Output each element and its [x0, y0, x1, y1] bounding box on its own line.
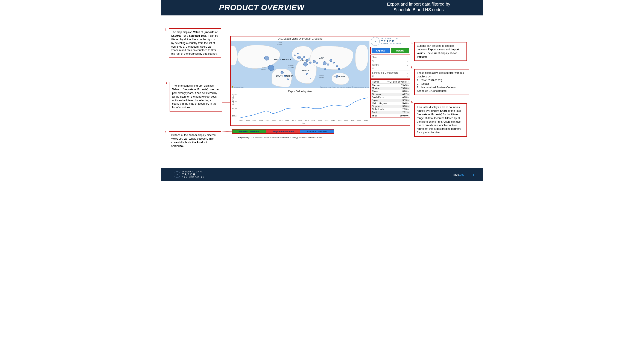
page-title: PRODUCT OVERVIEW	[219, 3, 304, 12]
x-tick: 2023	[364, 120, 368, 122]
leader-4	[222, 102, 230, 103]
chevron-down-icon: ⌄	[407, 72, 408, 74]
pacific-ocean-label: PacificOcean	[261, 66, 266, 70]
partner-col-pct: %GT Sum of Value	[388, 81, 406, 83]
x-tick: 2016	[318, 120, 322, 122]
line-chart-card: Export Value by Year Export Value $20bn$…	[231, 89, 370, 125]
tab-general-overview[interactable]: General Overview	[232, 129, 266, 133]
sidebar: ★ INTERNATIONAL TRADE ADMINISTRATION Exp…	[370, 36, 410, 118]
y-tick: $30bn	[232, 108, 237, 110]
exports-button[interactable]: Exports	[372, 48, 390, 53]
callout-3: These filters allow users to filter vari…	[414, 69, 469, 95]
callout-6-number: 6.	[165, 131, 167, 134]
au-label: AUSTRALIA	[334, 75, 346, 78]
y-tick: $40bn	[232, 100, 237, 102]
partner-col-name: Partner	[372, 81, 379, 83]
microsoft-icon	[232, 86, 233, 88]
map-provider: Microsoft Bing	[232, 86, 244, 88]
callout-6: Buttons at the bottom display different …	[169, 131, 221, 150]
filter-schedule b concatenate[interactable]: Schedule B Concatenate⌄	[371, 71, 410, 75]
table-row[interactable]: China8.60%	[371, 90, 410, 93]
tab-regional-overview[interactable]: Regional Overview	[266, 129, 300, 133]
callout-1-number: 1.	[165, 28, 167, 31]
page-number: 5	[473, 173, 474, 176]
commerce-seal-icon: ★	[371, 37, 380, 46]
as-label: ASIA	[319, 57, 324, 59]
map-title: U.S. Export Value by Product Grouping	[231, 36, 370, 41]
x-axis-label: Year	[239, 122, 368, 124]
indian-ocean-label: IndianOcean	[319, 75, 324, 78]
table-settings-icon[interactable]: ⋯	[406, 81, 408, 83]
filter-year-value[interactable]: All⌄	[371, 59, 410, 63]
line-chart[interactable]: Export Value $20bn$30bn$40bn$50bn 200420…	[231, 93, 370, 125]
table-row[interactable]: Japan3.73%	[371, 99, 410, 102]
partner-table: Partner %GT Sum of Value ⋯ Canada19.45%M…	[370, 79, 410, 118]
filter-sector[interactable]: Sector⌄	[371, 63, 410, 67]
y-tick: $50bn	[232, 93, 237, 95]
chevron-down-icon: ⌄	[407, 60, 408, 62]
chevron-down-icon: ⌄	[407, 67, 408, 70]
header-banner: PRODUCT OVERVIEW Export and import data …	[161, 0, 483, 15]
table-row[interactable]: Mexico15.86%	[371, 87, 410, 90]
footer-site: trade.gov	[453, 173, 464, 176]
view-tabs: General Overview Regional Overview Produ…	[232, 129, 334, 134]
commerce-seal-icon: ★	[174, 171, 180, 178]
x-tick: 2017	[324, 120, 328, 122]
table-row[interactable]: South Korea4.20%	[371, 96, 410, 99]
leader-6	[221, 131, 232, 132]
callout-4-number: 4.	[166, 81, 168, 85]
filter-panel: Year⌄ All⌄Sector⌄ All⌄Schedule B Concate…	[370, 55, 410, 79]
x-tick: 2015	[312, 120, 315, 122]
table-row[interactable]: United Kingdom3.40%	[371, 102, 410, 105]
imports-button[interactable]: Imports	[391, 48, 409, 53]
x-tick: 2007	[259, 120, 263, 122]
page-subtitle: Export and import data filtered by Sched…	[363, 1, 474, 12]
export-import-toggle: Exports Imports	[370, 47, 410, 54]
na-label: NORTH AMERICA	[274, 58, 292, 60]
callout-5: This table displays a list of countries …	[414, 103, 467, 137]
table-row[interactable]: Canada19.45%	[371, 84, 410, 87]
footer: ★ INTERNATIONAL TRADE ADMINISTRATION tra…	[161, 168, 483, 181]
table-row[interactable]: Singapore3.20%	[371, 105, 410, 108]
x-tick: 2009	[272, 120, 276, 122]
chevron-down-icon: ⌄	[407, 56, 408, 58]
x-tick: 2013	[298, 120, 302, 122]
atlantic-ocean-label: AtlanticOcean	[288, 65, 294, 69]
filter-year[interactable]: Year⌄	[371, 55, 410, 59]
x-tick: 2021	[351, 120, 355, 122]
x-tick: 2019	[338, 120, 342, 122]
filter-sector-value[interactable]: All⌄	[371, 67, 410, 70]
callout-1: The map displays Value of [Imports or Ex…	[169, 28, 221, 58]
tab-product-overview[interactable]: Product Overview	[300, 129, 334, 133]
y-tick: $20bn	[232, 115, 237, 117]
x-tick: 2011	[285, 120, 289, 122]
table-row[interactable]: Brazil2.31%	[371, 111, 410, 114]
chevron-down-icon: ⌄	[407, 75, 408, 77]
arctic-ocean-label: ArcticOcean	[277, 42, 282, 46]
x-tick: 2020	[344, 120, 348, 122]
callout-2-number: 2.	[411, 41, 413, 45]
callout-3-number: 3.	[411, 66, 413, 69]
table-row[interactable]: Germany4.67%	[371, 93, 410, 96]
prepared-by: Prepared by: U.S. International Trade Ad…	[238, 136, 322, 139]
filter-schedule b concatenate-value[interactable]: All⌄	[371, 75, 410, 78]
total-label: Total	[372, 114, 377, 117]
table-row[interactable]: Netherlands2.33%	[371, 108, 410, 111]
leader-1	[221, 43, 230, 43]
map-copyright: © 2024 TomTom, © 2024 Microsoft Corporat…	[320, 86, 368, 88]
line-chart-title: Export Value by Year	[231, 89, 370, 93]
x-tick: 2022	[358, 120, 361, 122]
x-tick: 2004	[239, 120, 243, 122]
x-tick: 2018	[331, 120, 335, 122]
callout-2: Buttons can be used to choose between Ex…	[414, 42, 467, 61]
callout-5-number: 5.	[411, 100, 413, 103]
chevron-down-icon: ⌄	[407, 64, 408, 66]
x-ticks: 2004200520062007200820092010201120122013…	[239, 119, 368, 122]
x-tick: 2012	[292, 120, 296, 122]
x-tick: 2014	[305, 120, 309, 122]
x-tick: 2005	[246, 120, 250, 122]
world-map[interactable]: ArcticOcean PacificOcean AtlanticOcean I…	[231, 41, 370, 88]
x-tick: 2006	[252, 120, 256, 122]
footer-brand: ★ INTERNATIONAL TRADE ADMINISTRATION	[174, 171, 204, 178]
callout-4: The time-series line graph displays Valu…	[170, 82, 222, 111]
